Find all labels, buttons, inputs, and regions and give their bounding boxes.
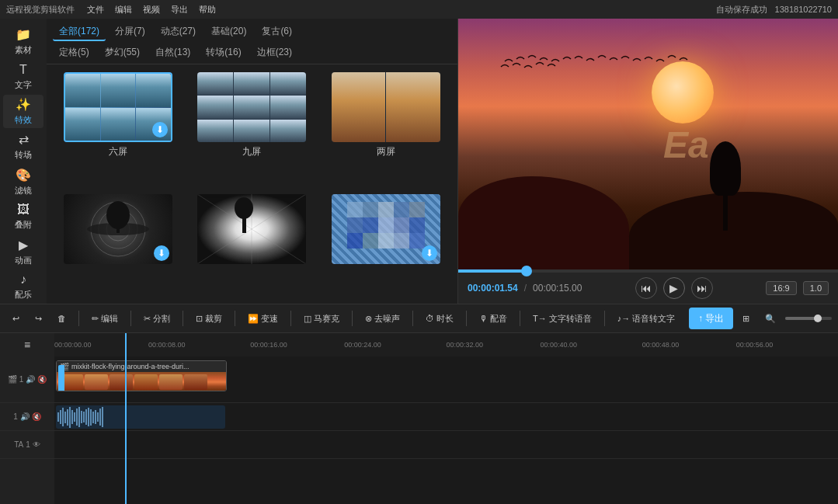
clip-name: mixkit-flock-flying-around-a-tree-duri..… (71, 363, 190, 370)
skip-back-btn[interactable]: ⏮ (635, 277, 657, 299)
effect-thumb-pixel[interactable]: ⬇ (332, 194, 440, 264)
duration-btn[interactable]: ⏱ 时长 (419, 308, 460, 329)
effect-thumb-two-screen[interactable] (332, 72, 440, 142)
sidebar-item-effect[interactable]: ✨ 特效 (3, 95, 43, 128)
tab-all[interactable]: 全部(172) (53, 23, 106, 41)
effect-thumb-zoom[interactable]: ⬇ (64, 194, 172, 264)
separator-5 (290, 311, 291, 326)
zoom-out-btn[interactable]: 🔍 (759, 308, 782, 329)
effect-label-nine-screen: 九屏 (242, 145, 261, 158)
aspect-ratio-btn[interactable]: 16:9 (766, 281, 796, 295)
waveform (56, 405, 225, 429)
preview-progress-thumb[interactable] (521, 266, 532, 276)
zoom-out-icon: 🔍 (765, 314, 776, 324)
preview-progress[interactable] (458, 269, 838, 273)
effect-item-two-screen[interactable]: 两屏 (322, 72, 450, 188)
effect-item-pixel[interactable]: ⬇ (322, 194, 450, 297)
export-btn[interactable]: ↑ 导出 (689, 308, 733, 329)
menu-help[interactable]: 帮助 (199, 4, 216, 16)
timeline-tracks: 🎬 mixkit-flock-flying-around-a-tree-duri… (54, 356, 838, 504)
sidebar-item-filter-label: 滤镜 (15, 185, 32, 196)
menu-edit[interactable]: 编辑 (115, 4, 132, 16)
edit-btn[interactable]: ✏ 编辑 (85, 308, 124, 329)
sidebar-item-text[interactable]: T 文字 (3, 60, 43, 93)
undo-btn[interactable]: ↩ (6, 308, 26, 329)
tab-border[interactable]: 边框(23) (251, 44, 298, 61)
grid-icon: ⊞ (742, 314, 749, 324)
effect-item-burst[interactable] (188, 194, 315, 297)
effect-thumb-six-screen[interactable]: ⬇ (64, 72, 172, 142)
overlay-text-ea: Ea (663, 123, 709, 165)
sidebar-item-animation[interactable]: ▶ 动画 (3, 235, 43, 269)
sidebar-item-filter[interactable]: 🎨 滤镜 (3, 165, 43, 199)
split-btn[interactable]: ✂ 分割 (137, 308, 176, 329)
birds (489, 50, 645, 73)
effect-thumb-burst[interactable] (197, 194, 306, 264)
video-clip[interactable]: 🎬 mixkit-flock-flying-around-a-tree-duri… (56, 360, 227, 391)
preview-panel: Ea 00:00:01.54 / 00:00:15.00 ⏮ ▶ ⏭ 16:9 … (458, 19, 838, 304)
effect-label-six-screen: 六屏 (109, 145, 127, 158)
timeline-playhead[interactable] (125, 356, 127, 504)
menu-file[interactable]: 文件 (87, 4, 104, 16)
separator-6 (352, 311, 353, 326)
tabs-row-1: 全部(172) 分屏(7) 动态(27) 基础(20) 复古(6) (53, 23, 451, 41)
separator-8 (466, 311, 467, 326)
menu-video[interactable]: 视频 (143, 4, 160, 16)
separator-7 (412, 311, 413, 326)
timeline-menu-icon[interactable]: ≡ (24, 339, 30, 351)
tab-split[interactable]: 分屏(7) (109, 23, 151, 41)
download-btn-zoom[interactable]: ⬇ (154, 245, 169, 261)
grid-btn[interactable]: ⊞ (736, 308, 756, 329)
top-bar-right: 自动保存成功 138181022710 (716, 4, 832, 16)
preview-progress-fill (458, 269, 527, 273)
effect-item-nine-screen[interactable]: 九屏 (188, 72, 315, 188)
tab-nature[interactable]: 自然(13) (149, 44, 196, 61)
masking-btn[interactable]: ◫ 马赛克 (297, 308, 346, 329)
redo-btn[interactable]: ↪ (29, 308, 48, 329)
tab-dreamy[interactable]: 梦幻(55) (99, 44, 146, 61)
preview-video-background: Ea (458, 19, 838, 269)
download-btn-pixel[interactable]: ⬇ (422, 245, 437, 261)
ruler-time-3: 00:00:24.00 (344, 341, 381, 349)
svg-rect-23 (394, 217, 409, 233)
sidebar-item-transition[interactable]: ⇄ 转场 (3, 130, 43, 163)
sidebar-item-music[interactable]: ♪ 配乐 (3, 270, 43, 304)
main-content: 📁 素材 T 文字 ✨ 特效 ⇄ 转场 🎨 滤镜 🖼 叠附 ▶ 动画 ♪ (0, 19, 838, 304)
timeline-tools: ≡ (0, 333, 54, 356)
clip-body (57, 372, 226, 391)
tab-vintage[interactable]: 复古(6) (256, 23, 298, 41)
tab-basic[interactable]: 基础(20) (205, 23, 252, 41)
audio-clip[interactable] (56, 405, 225, 429)
svg-rect-26 (363, 233, 378, 249)
effect-thumb-nine-screen[interactable] (197, 72, 306, 142)
text-audio-icon: T→ (533, 314, 547, 323)
sidebar-item-material[interactable]: 📁 素材 (3, 25, 43, 58)
denoising-btn[interactable]: ⊗ 去噪声 (359, 308, 406, 329)
separator-10 (604, 311, 605, 326)
crop-btn[interactable]: ⊡ 裁剪 (190, 308, 228, 329)
tab-freeze[interactable]: 定格(5) (53, 44, 96, 61)
svg-rect-27 (378, 233, 394, 249)
audio-text-btn[interactable]: ♪→ 语音转文字 (611, 308, 682, 329)
timeline-track-labels: 🎬 1 🔊 🔇 1 🔊 🔇 TA 1 👁 (0, 356, 54, 504)
effect-item-six-screen[interactable]: ⬇ 六屏 (54, 72, 182, 188)
zoom-level: 1.0 (803, 281, 829, 295)
toolbar: ↩ ↪ 🗑 ✏ 编辑 ✂ 分割 ⊡ 裁剪 ⏩ 变速 ◫ 马赛克 ⊗ 去噪声 ⏱ … (0, 304, 838, 333)
svg-rect-20 (347, 217, 363, 233)
text-audio-btn[interactable]: T→ 文字转语音 (527, 308, 598, 329)
speed-btn[interactable]: ⏩ 变速 (242, 308, 284, 329)
effect-item-zoom[interactable]: ⬇ (54, 194, 182, 297)
current-time: 00:00:01.54 (468, 283, 518, 294)
menu-export[interactable]: 导出 (171, 4, 188, 16)
text-track (54, 431, 838, 459)
tab-dynamic[interactable]: 动态(27) (155, 23, 202, 41)
delete-btn[interactable]: 🗑 (51, 308, 72, 329)
ruler-time-5: 00:00:40.00 (541, 341, 578, 349)
animation-icon: ▶ (19, 238, 28, 252)
audio-btn[interactable]: 🎙 配音 (473, 308, 513, 329)
skip-forward-btn[interactable]: ⏭ (691, 277, 713, 299)
split-icon: ✂ (144, 314, 151, 324)
tab-transition2[interactable]: 转场(16) (200, 44, 247, 61)
sidebar-item-sticker[interactable]: 🖼 叠附 (3, 200, 43, 234)
play-btn[interactable]: ▶ (663, 277, 685, 299)
